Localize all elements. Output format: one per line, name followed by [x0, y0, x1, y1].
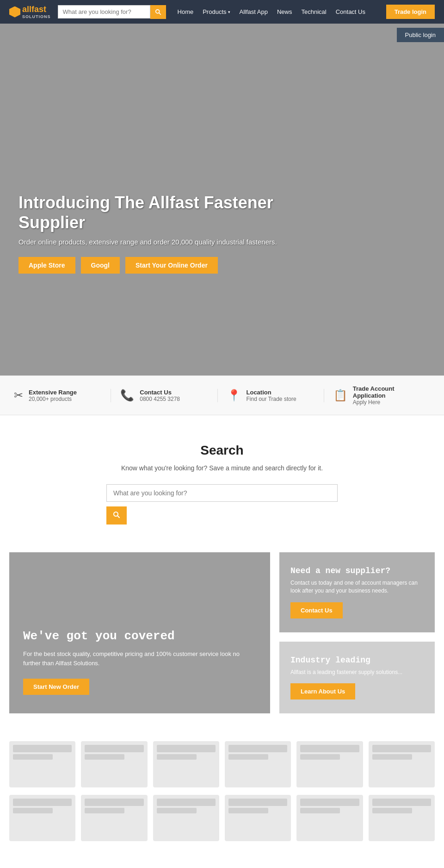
search-description: Know what you're looking for? Save a min… [9, 463, 435, 473]
product-grid-row1 [9, 741, 435, 787]
search-main-button[interactable] [106, 506, 127, 525]
public-login-dropdown[interactable]: Public login [397, 28, 444, 42]
range-sub: 20,000+ products [29, 396, 77, 402]
product-card[interactable] [81, 741, 147, 787]
product-card[interactable] [153, 795, 219, 841]
start-new-order-button[interactable]: Start New Order [23, 679, 89, 695]
info-item-range: ✂ Extensive Range 20,000+ products [14, 389, 111, 402]
supplier-title: Need a new supplier? [290, 566, 424, 575]
industry-title: Industry leading [290, 656, 424, 665]
search-form-icon [113, 511, 120, 518]
promo-covered-body: For the best stock quality, competitive … [23, 649, 256, 668]
logo-text: allfast SOLUTIONS [22, 5, 51, 19]
logo[interactable]: allfast SOLUTIONS [9, 5, 51, 19]
product-card[interactable] [369, 741, 435, 787]
nav-technical[interactable]: Technical [301, 8, 326, 15]
search-form [106, 484, 338, 525]
scissors-icon: ✂ [14, 389, 23, 402]
nav-home[interactable]: Home [178, 8, 194, 15]
promo-card-covered: We've got you covered For the best stock… [9, 552, 270, 713]
apple-store-button[interactable]: Apple Store [18, 257, 75, 274]
google-play-button[interactable]: Googl [81, 257, 120, 274]
hero-title: Introducing The Allfast Fastener Supplie… [18, 193, 314, 232]
info-item-contact[interactable]: 📞 Contact Us 0800 4255 3278 [111, 389, 217, 402]
header: allfast SOLUTIONS Home Products ▾ Allfas… [0, 0, 444, 24]
info-item-location[interactable]: 📍 Location Find our Trade store [218, 389, 324, 402]
hero-section: Introducing The Allfast Fastener Supplie… [0, 24, 444, 375]
trade-label: Trade Account Application [353, 385, 421, 399]
product-card[interactable] [81, 795, 147, 841]
contact-sub: 0800 4255 3278 [140, 396, 180, 402]
header-search [58, 5, 166, 19]
product-card[interactable] [296, 795, 363, 841]
hero-content: Introducing The Allfast Fastener Supplie… [18, 193, 314, 274]
contact-us-button[interactable]: Contact Us [290, 602, 343, 618]
product-card[interactable] [225, 741, 291, 787]
product-card[interactable] [9, 741, 75, 787]
product-card[interactable] [153, 741, 219, 787]
product-grid-section [0, 732, 444, 867]
clipboard-icon: 📋 [333, 389, 347, 402]
nav-news[interactable]: News [277, 8, 292, 15]
logo-icon [9, 6, 20, 18]
location-sub: Find our Trade store [247, 396, 296, 402]
chevron-down-icon: ▾ [228, 10, 230, 14]
header-search-button[interactable] [150, 5, 166, 19]
product-card[interactable] [296, 741, 363, 787]
trade-sub: Apply Here [353, 399, 421, 406]
search-icon [155, 9, 161, 15]
industry-body: Allfast is a leading fastener supply sol… [290, 668, 424, 676]
product-grid-row2 [9, 795, 435, 841]
promo-cards-right: Need a new supplier? Contact us today an… [279, 552, 435, 713]
trade-login-button[interactable]: Trade login [386, 5, 435, 19]
svg-line-3 [117, 516, 119, 518]
header-search-input[interactable] [58, 5, 150, 19]
phone-icon: 📞 [120, 389, 134, 402]
main-nav: Home Products ▾ Allfast App News Technic… [178, 8, 365, 15]
contact-label: Contact Us [140, 389, 180, 396]
info-item-trade[interactable]: 📋 Trade Account Application Apply Here [324, 385, 430, 406]
nav-products[interactable]: Products ▾ [203, 8, 230, 15]
nav-contact[interactable]: Contact Us [336, 8, 365, 15]
product-card[interactable] [369, 795, 435, 841]
search-heading: Search [9, 443, 435, 458]
product-card[interactable] [225, 795, 291, 841]
location-icon: 📍 [227, 389, 241, 402]
promo-section: We've got you covered For the best stock… [0, 543, 444, 732]
search-section: Search Know what you're looking for? Sav… [0, 415, 444, 543]
nav-app[interactable]: Allfast App [240, 8, 268, 15]
range-label: Extensive Range [29, 389, 77, 396]
location-label: Location [247, 389, 296, 396]
hero-buttons: Apple Store Googl Start Your Online Orde… [18, 257, 314, 274]
promo-card-industry: Industry leading Allfast is a leading fa… [279, 642, 435, 714]
product-card[interactable] [9, 795, 75, 841]
info-bar: ✂ Extensive Range 20,000+ products 📞 Con… [0, 375, 444, 415]
svg-line-1 [159, 12, 160, 14]
start-order-button[interactable]: Start Your Online Order [125, 257, 218, 274]
supplier-body: Contact us today and one of account mana… [290, 579, 424, 595]
learn-about-us-button[interactable]: Learn About Us [290, 683, 355, 699]
hero-subtitle: Order online products, extensive range a… [18, 238, 314, 246]
search-main-input[interactable] [106, 484, 338, 502]
promo-card-supplier: Need a new supplier? Contact us today an… [279, 552, 435, 632]
promo-covered-title: We've got you covered [23, 629, 256, 643]
